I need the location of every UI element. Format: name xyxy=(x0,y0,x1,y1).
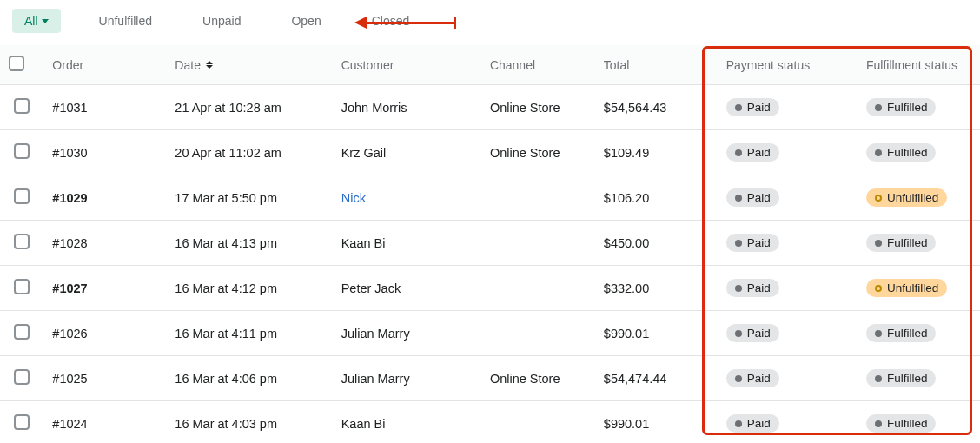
order-customer[interactable]: Krz Gail xyxy=(333,130,481,175)
fulfillment-status-badge: Unfulfilled xyxy=(866,279,947,297)
payment-status-text: Paid xyxy=(747,372,771,385)
status-dot-icon xyxy=(735,195,742,202)
payment-status-badge: Paid xyxy=(726,279,779,297)
order-total: $106.20 xyxy=(595,175,709,221)
order-date: 21 Apr at 10:28 am xyxy=(166,85,332,130)
select-all-checkbox[interactable] xyxy=(9,56,24,71)
order-date: 16 Mar at 4:11 pm xyxy=(166,311,332,356)
order-number[interactable]: #1025 xyxy=(43,356,166,401)
status-dot-icon xyxy=(735,149,742,156)
fulfillment-status-badge: Unfulfilled xyxy=(866,188,947,207)
row-checkbox[interactable] xyxy=(14,234,30,249)
order-date: 16 Mar at 4:03 pm xyxy=(166,401,332,444)
order-number[interactable]: #1024 xyxy=(43,401,166,444)
table-row[interactable]: #102616 Mar at 4:11 pmJulian Marry$990.0… xyxy=(0,311,980,356)
fulfillment-status-cell: Fulfilled xyxy=(858,130,980,175)
row-checkbox-cell xyxy=(0,175,43,221)
status-dot-icon xyxy=(875,420,882,427)
tab-unfulfilled[interactable]: Unfulfilled xyxy=(87,9,164,33)
order-channel: Online Store xyxy=(481,85,595,130)
payment-status-text: Paid xyxy=(747,101,771,114)
payment-status-cell: Paid xyxy=(709,175,858,221)
payment-status-cell: Paid xyxy=(709,221,858,266)
table-row[interactable]: #102816 Mar at 4:13 pmKaan Bi$450.00Paid… xyxy=(0,221,980,266)
header-order[interactable]: Order xyxy=(43,45,166,85)
fulfillment-status-text: Unfulfilled xyxy=(887,191,938,204)
order-customer[interactable]: John Morris xyxy=(333,85,481,130)
order-number[interactable]: #1031 xyxy=(43,85,166,130)
status-dot-icon xyxy=(735,420,742,427)
payment-status-badge: Paid xyxy=(726,188,779,207)
order-customer[interactable]: Nick xyxy=(333,175,481,221)
payment-status-text: Paid xyxy=(747,146,771,159)
tab-open[interactable]: Open xyxy=(279,9,333,33)
payment-status-badge: Paid xyxy=(726,143,779,162)
order-customer[interactable]: Julian Marry xyxy=(333,311,481,356)
fulfillment-status-text: Fulfilled xyxy=(887,417,928,430)
status-dot-icon xyxy=(735,285,742,292)
order-date: 17 Mar at 5:50 pm xyxy=(166,175,332,221)
row-checkbox-cell xyxy=(0,356,43,401)
payment-status-text: Paid xyxy=(747,327,771,340)
table-row[interactable]: #102416 Mar at 4:03 pmKaan Bi$990.01Paid… xyxy=(0,401,980,444)
order-number[interactable]: #1029 xyxy=(43,175,166,221)
table-row[interactable]: #102917 Mar at 5:50 pmNick$106.20PaidUnf… xyxy=(0,175,980,221)
status-dot-icon xyxy=(875,149,882,156)
fulfillment-status-cell: Fulfilled xyxy=(858,401,980,444)
arrow-line xyxy=(367,22,454,24)
order-number[interactable]: #1028 xyxy=(43,221,166,266)
header-checkbox xyxy=(0,45,43,85)
order-number[interactable]: #1026 xyxy=(43,311,166,356)
order-customer[interactable]: Julian Marry xyxy=(333,356,481,401)
row-checkbox[interactable] xyxy=(14,369,30,385)
payment-status-cell: Paid xyxy=(709,356,858,401)
payment-status-badge: Paid xyxy=(726,369,779,387)
fulfillment-status-badge: Fulfilled xyxy=(866,143,937,162)
order-date: 16 Mar at 4:13 pm xyxy=(166,221,332,266)
payment-status-cell: Paid xyxy=(709,401,858,444)
fulfillment-status-badge: Fulfilled xyxy=(866,324,937,342)
fulfillment-status-badge: Fulfilled xyxy=(866,234,937,252)
order-number[interactable]: #1027 xyxy=(43,266,166,311)
fulfillment-status-badge: Fulfilled xyxy=(866,98,937,116)
row-checkbox[interactable] xyxy=(14,143,30,159)
header-fulfillment-status[interactable]: Fulfillment status xyxy=(858,45,980,85)
status-dot-icon xyxy=(875,240,882,247)
order-channel: Online Store xyxy=(481,356,595,401)
tab-all[interactable]: All xyxy=(12,9,61,33)
row-checkbox[interactable] xyxy=(14,279,30,294)
payment-status-badge: Paid xyxy=(726,414,779,433)
arrow-head-icon xyxy=(354,17,367,29)
header-payment-status[interactable]: Payment status xyxy=(709,45,858,85)
fulfillment-status-cell: Fulfilled xyxy=(858,85,980,130)
order-channel xyxy=(481,311,595,356)
row-checkbox[interactable] xyxy=(14,324,30,340)
row-checkbox[interactable] xyxy=(14,188,30,204)
order-customer[interactable]: Kaan Bi xyxy=(333,221,481,266)
payment-status-badge: Paid xyxy=(726,324,779,342)
header-date[interactable]: Date xyxy=(166,45,332,85)
row-checkbox[interactable] xyxy=(14,414,30,430)
row-checkbox[interactable] xyxy=(14,98,30,114)
status-dot-icon xyxy=(735,240,742,247)
payment-status-text: Paid xyxy=(747,191,771,204)
header-customer[interactable]: Customer xyxy=(333,45,481,85)
payment-status-cell: Paid xyxy=(709,85,858,130)
row-checkbox-cell xyxy=(0,311,43,356)
table-row[interactable]: #103020 Apr at 11:02 amKrz GailOnline St… xyxy=(0,130,980,175)
row-checkbox-cell xyxy=(0,401,43,444)
table-row[interactable]: #103121 Apr at 10:28 amJohn MorrisOnline… xyxy=(0,85,980,130)
tab-unpaid[interactable]: Unpaid xyxy=(190,9,253,33)
order-total: $990.01 xyxy=(595,401,709,444)
header-channel[interactable]: Channel xyxy=(481,45,595,85)
order-number[interactable]: #1030 xyxy=(43,130,166,175)
order-total: $450.00 xyxy=(595,221,709,266)
order-customer[interactable]: Peter Jack xyxy=(333,266,481,311)
fulfillment-status-badge: Fulfilled xyxy=(866,414,937,433)
table-row[interactable]: #102716 Mar at 4:12 pmPeter Jack$332.00P… xyxy=(0,266,980,311)
status-dot-icon xyxy=(875,104,882,111)
payment-status-cell: Paid xyxy=(709,311,858,356)
order-customer[interactable]: Kaan Bi xyxy=(333,401,481,444)
table-row[interactable]: #102516 Mar at 4:06 pmJulian MarryOnline… xyxy=(0,356,980,401)
header-total[interactable]: Total xyxy=(595,45,709,85)
